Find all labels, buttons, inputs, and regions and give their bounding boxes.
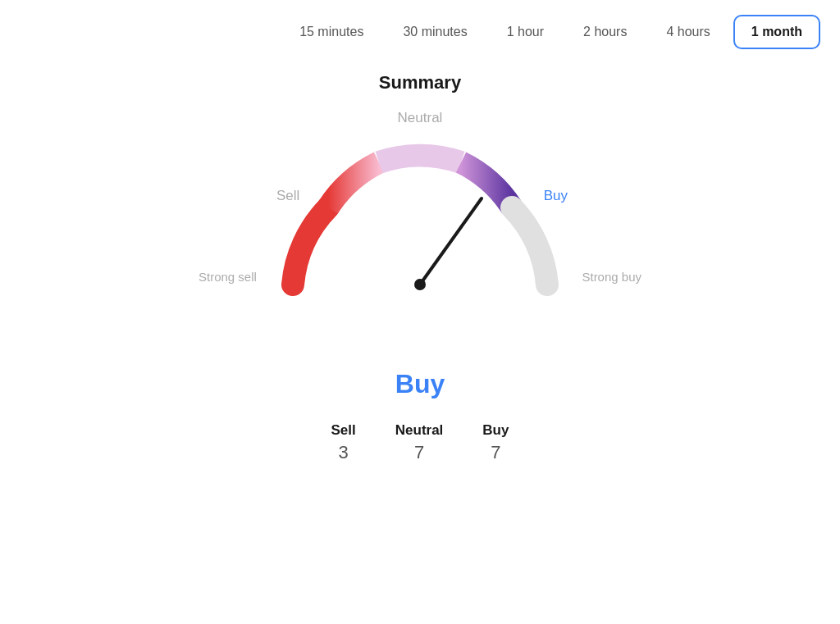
label-strong-buy: Strong buy xyxy=(582,270,641,284)
stat-sell: Sell 3 xyxy=(331,422,356,463)
label-strong-sell: Strong sell xyxy=(199,270,257,284)
filter-2h[interactable]: 2 hours xyxy=(567,16,643,48)
gauge-section: Summary Neutral Sell Buy Strong sell Str… xyxy=(0,72,840,463)
filter-30m[interactable]: 30 minutes xyxy=(386,16,483,48)
svg-point-1 xyxy=(414,279,426,290)
filter-15m[interactable]: 15 minutes xyxy=(283,16,380,48)
gauge-svg xyxy=(272,133,568,297)
time-filter-bar: 15 minutes 30 minutes 1 hour 2 hours 4 h… xyxy=(0,0,840,64)
signal-label: Buy xyxy=(395,369,445,399)
svg-line-0 xyxy=(420,198,482,285)
gauge-wrapper: Neutral Sell Buy Strong sell Strong buy xyxy=(190,110,650,356)
stat-buy-value: 7 xyxy=(491,442,500,463)
stat-neutral-label: Neutral xyxy=(395,422,444,439)
stats-row: Sell 3 Neutral 7 Buy 7 xyxy=(331,422,509,463)
stat-buy: Buy 7 xyxy=(482,422,509,463)
stat-sell-label: Sell xyxy=(331,422,356,439)
stat-neutral-value: 7 xyxy=(414,442,424,463)
filter-1mo[interactable]: 1 month xyxy=(733,15,820,49)
summary-title: Summary xyxy=(379,72,461,93)
stat-buy-label: Buy xyxy=(482,422,509,439)
stat-neutral: Neutral 7 xyxy=(395,422,444,463)
stat-sell-value: 3 xyxy=(339,442,349,463)
filter-1h[interactable]: 1 hour xyxy=(491,16,560,48)
filter-4h[interactable]: 4 hours xyxy=(650,16,726,48)
label-neutral: Neutral xyxy=(398,110,443,126)
